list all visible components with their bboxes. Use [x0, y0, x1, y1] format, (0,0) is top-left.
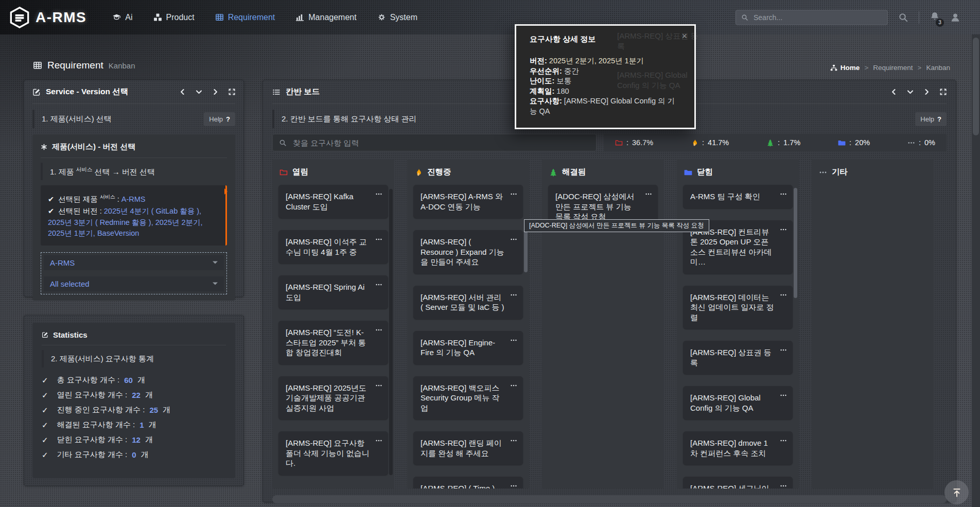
card-menu-button[interactable] [375, 281, 382, 291]
card-menu-button[interactable] [510, 482, 517, 488]
tree-icon [766, 139, 774, 147]
global-search-input[interactable] [752, 13, 882, 22]
requirement-search-input[interactable] [292, 138, 590, 148]
kanban-card[interactable]: [ARMS-REQ] 이석주 교수님 미팅 4월 1주 중 [278, 230, 388, 264]
kanban-card[interactable]: [ARMS-REQ] Global Config 의 기능 QA [683, 386, 793, 419]
notifications-button[interactable]: 3 [930, 11, 940, 24]
kanban-card[interactable]: [ARMS-REQ] Engine-Fire 의 기능 QA [413, 331, 523, 364]
column-scrollbar-thumb[interactable] [389, 189, 393, 475]
card-menu-button[interactable] [510, 336, 517, 346]
kanban-card[interactable]: [ARMS-REQ] 요구사항 폴더 삭제 기능이 없습니다. [278, 431, 388, 475]
breadcrumb-item-home[interactable]: Home [830, 64, 860, 72]
help-button[interactable]: Help ? [204, 112, 235, 126]
menu-item-product[interactable]: Product [153, 13, 195, 22]
cubes-icon [153, 13, 162, 22]
card-title: [ARMS-REQ] 이석주 교수님 미팅 4월 1주 중 [286, 237, 367, 256]
product-select[interactable]: A-RMS [44, 255, 224, 270]
card-menu-button[interactable] [375, 190, 382, 200]
card-menu-button[interactable] [780, 391, 787, 401]
column-scrollbar-thumb[interactable] [794, 188, 797, 298]
kanban-card[interactable]: [ARMS-REQ] Spring Ai 도입 [278, 275, 388, 309]
card-menu-button[interactable] [780, 346, 787, 356]
chevron-right-icon[interactable] [212, 89, 219, 95]
stat-item: ✓진행 중인 요구사항 개수 :25개 [42, 403, 226, 417]
modal-field: 버전: 2025년 2분기, 2025년 1분기 [530, 56, 681, 66]
kanban-card[interactable]: [ARMS-REQ] ( Time ) [413, 477, 523, 488]
percentage-value: 36.7% [632, 138, 653, 147]
column-title: 기타 [832, 167, 848, 178]
search-button[interactable] [898, 12, 908, 23]
card-menu-button[interactable] [645, 190, 652, 200]
expand-icon[interactable] [940, 89, 947, 95]
kanban-card[interactable]: [ARMS-REQ] 세근님이랑 프로젝트뷰 ( 삼성 ) 리뷰 [683, 477, 793, 488]
stat-label: 해결된 요구사항 개수 : [57, 420, 135, 430]
percentage-value: 0% [924, 138, 935, 147]
menu-item-label: Requirement [228, 13, 275, 22]
bar-chart-icon [295, 13, 304, 22]
card-menu-button[interactable] [375, 326, 382, 336]
stat-value: 60 [124, 376, 133, 384]
brand[interactable]: A-RMS [9, 6, 86, 29]
kanban-card[interactable]: [ARMS-REQ] Kafka Cluster 도입 [278, 185, 388, 218]
chevron-right-icon[interactable] [923, 89, 930, 95]
close-icon[interactable]: × [681, 31, 687, 42]
menu-item-ai[interactable]: Ai [112, 13, 132, 22]
column-title: 닫힘 [697, 167, 713, 178]
user-menu-button[interactable] [950, 12, 960, 23]
step-accent [41, 163, 43, 180]
status-percentage: : 20% [838, 138, 870, 147]
menu-item-requirement[interactable]: Requirement [215, 13, 275, 22]
card-menu-button[interactable] [375, 235, 382, 246]
card-menu-button[interactable] [780, 190, 787, 200]
kanban-card[interactable]: A-RMS 팀 구성 확인 [683, 185, 793, 208]
modal-field-label: 우선순위: [530, 67, 562, 75]
ellipsis-icon [780, 226, 787, 233]
chevron-down-icon[interactable] [907, 89, 914, 95]
expand-icon[interactable] [229, 89, 235, 95]
selected-summary: ✔선택된 제품 서비스 : A-RMS ✔선택된 버전 : 2025년 4분기 … [41, 185, 227, 246]
kanban-card[interactable]: [ARMS-REQ] “도전! K-스타트업 2025” 부처 통합 창업경진대… [278, 321, 388, 364]
card-title: A-RMS 팀 구성 확인 [690, 192, 760, 201]
service-step-label: 1. 제품(서비스) 선택 [42, 114, 112, 124]
column-scrollbar-thumb[interactable] [524, 231, 528, 272]
chevron-left-icon[interactable] [179, 89, 186, 95]
version-select[interactable]: All selected [44, 276, 224, 291]
card-menu-button[interactable] [780, 482, 787, 488]
kanban-card[interactable]: [ARMS-REQ] 백오피스 Security Group 메뉴 작업 [413, 376, 523, 420]
card-menu-button[interactable] [510, 291, 517, 301]
card-menu-button[interactable] [375, 436, 382, 447]
chevron-left-icon[interactable] [890, 89, 897, 95]
kanban-card[interactable]: [ARMS-REQ] 데이터는 최신 업데이트 일자로 정렬 [683, 286, 793, 329]
card-menu-button[interactable] [780, 225, 787, 236]
kanban-card[interactable]: [ARMS-REQ] 2025년도 기술개발제품 공공기관 실증지원 사업 [278, 376, 388, 420]
card-menu-button[interactable] [780, 291, 787, 301]
kanban-card[interactable]: [ARMS-REQ] 상표권 등록 [683, 341, 793, 374]
check-icon: ✓ [42, 435, 48, 445]
card-menu-button[interactable] [510, 436, 517, 447]
chevron-down-icon[interactable] [196, 89, 202, 95]
card-menu-button[interactable] [780, 436, 787, 447]
help-button[interactable]: Help ? [915, 112, 947, 126]
breadcrumb-item-requirement[interactable]: Requirement [873, 64, 913, 72]
card-menu-button[interactable] [510, 235, 517, 246]
window-scrollbar-thumb[interactable] [973, 38, 979, 135]
stat-separator: : [626, 138, 628, 147]
card-menu-button[interactable] [510, 381, 517, 392]
menu-item-management[interactable]: Management [295, 13, 356, 22]
kanban-card[interactable]: [ARMS-REQ] ( Resource ) Expand 기능을 만들어 주… [413, 230, 523, 274]
kanban-card[interactable]: [ARMS-REQ] dmove 1차 컨퍼런스 후속 조치 [683, 431, 793, 465]
check-icon: ✓ [42, 421, 48, 430]
card-title: [ARMS-REQ] 세근님이랑 프로젝트뷰 ( 삼성 ) 리뷰 [690, 484, 769, 488]
horizontal-scrollbar[interactable] [272, 495, 947, 503]
kanban-card[interactable]: [ARMS-REQ] A-RMS 와 A-DOC 연동 기능 [413, 185, 523, 218]
breadcrumb-item-kanban[interactable]: Kanban [926, 64, 950, 72]
kanban-card[interactable]: [ARMS-REQ] 서버 관리 ( Server 모듈 및 IaC 등 ) [413, 286, 523, 319]
card-tooltip: [ADOC-REQ] 삼성에서 만든 프로젝트 뷰 기능 목록 작성 요청 [524, 219, 709, 232]
kanban-card[interactable]: [ARMS-REQ] 랜딩 페이지를 완성 해 주세요 [413, 431, 523, 465]
card-menu-button[interactable] [375, 381, 382, 392]
menu-item-system[interactable]: System [377, 13, 417, 22]
ellipsis-icon [375, 190, 382, 198]
back-to-top-button[interactable] [944, 480, 969, 504]
card-menu-button[interactable] [510, 190, 517, 200]
ellipsis-icon [780, 437, 787, 444]
